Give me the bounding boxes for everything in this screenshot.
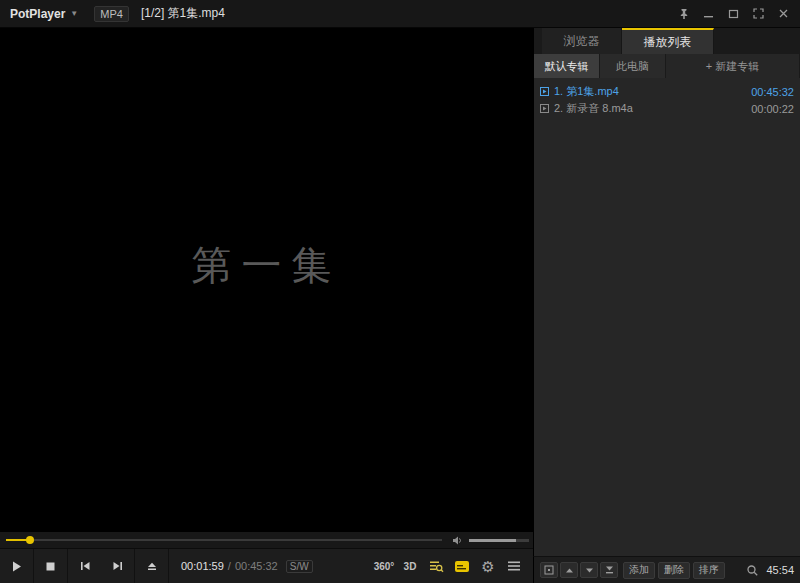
stop-button[interactable] xyxy=(34,549,67,583)
playlist-search-icon[interactable] xyxy=(423,549,449,583)
window-title: [1/2] 第1集.mp4 xyxy=(141,5,225,22)
restore-icon[interactable] xyxy=(721,0,746,27)
subtab-default-album[interactable]: 默认专辑 xyxy=(534,54,600,78)
playlist-subtabs: 默认专辑 此电脑 + 新建专辑 xyxy=(534,54,800,78)
delete-button[interactable]: 删除 xyxy=(658,562,690,579)
playlist-footer: 添加 删除 排序 45:54 xyxy=(533,556,800,583)
open-file-button[interactable] xyxy=(135,549,168,583)
tab-browser[interactable]: 浏览器 xyxy=(542,28,622,54)
playlist-item[interactable]: 2. 新录音 8.m4a 00:00:22 xyxy=(534,100,800,117)
sidebar-tabs: 浏览器 播放列表 xyxy=(534,28,800,54)
close-icon[interactable] xyxy=(771,0,796,27)
media-file-icon xyxy=(540,87,549,96)
time-separator: / xyxy=(228,560,231,572)
seek-track xyxy=(6,539,442,541)
volume-control xyxy=(452,535,529,546)
subtab-new-album[interactable]: + 新建专辑 xyxy=(666,54,800,78)
playlist-total-time: 45:54 xyxy=(766,564,794,576)
video-area[interactable]: 第一集 xyxy=(0,28,533,532)
control-bar-right: 360° 3D ⚙ xyxy=(371,549,533,583)
app-menu-button[interactable]: PotPlayer xyxy=(10,7,65,21)
move-up-button[interactable] xyxy=(560,562,578,578)
speaker-icon[interactable] xyxy=(452,535,463,546)
menu-hamburger-icon[interactable] xyxy=(501,549,527,583)
titlebar: PotPlayer ▼ MP4 [1/2] 第1集.mp4 xyxy=(0,0,800,28)
tab-playlist[interactable]: 播放列表 xyxy=(622,28,714,54)
move-down-button[interactable] xyxy=(580,562,598,578)
playlist-item-duration: 00:00:22 xyxy=(751,103,794,115)
move-bottom-button[interactable] xyxy=(600,562,618,578)
minimize-icon[interactable] xyxy=(696,0,721,27)
volume-slider[interactable] xyxy=(469,539,529,542)
vr-360-button[interactable]: 360° xyxy=(371,549,397,583)
sort-button[interactable]: 排序 xyxy=(693,562,725,579)
3d-button[interactable]: 3D xyxy=(397,549,423,583)
potplayer-window: PotPlayer ▼ MP4 [1/2] 第1集.mp4 第一集 xyxy=(0,0,800,583)
playlist: 1. 第1集.mp4 00:45:32 2. 新录音 8.m4a 00:00:2… xyxy=(534,78,800,556)
previous-button[interactable] xyxy=(68,549,101,583)
playlist-item-title: 2. 新录音 8.m4a xyxy=(554,101,745,116)
time-display: 00:01:59 / 00:45:32 S/W xyxy=(181,560,313,573)
pin-icon[interactable] xyxy=(671,0,696,27)
playlist-item-title: 1. 第1集.mp4 xyxy=(554,84,745,99)
playlist-item-duration: 00:45:32 xyxy=(751,86,794,98)
add-button[interactable]: 添加 xyxy=(623,562,655,579)
decoder-mode-badge[interactable]: S/W xyxy=(286,560,313,573)
settings-gear-icon[interactable]: ⚙ xyxy=(475,549,501,583)
locate-current-button[interactable] xyxy=(540,562,558,578)
seek-knob[interactable] xyxy=(26,536,34,544)
window-controls xyxy=(671,0,796,27)
seek-bar[interactable] xyxy=(6,532,442,548)
chevron-down-icon: ▼ xyxy=(70,9,78,18)
divider xyxy=(168,549,169,583)
media-file-icon xyxy=(540,104,549,113)
control-bar: 00:01:59 / 00:45:32 S/W 360° 3D ⚙ xyxy=(0,548,533,583)
next-button[interactable] xyxy=(101,549,134,583)
fullscreen-icon[interactable] xyxy=(746,0,771,27)
seek-row xyxy=(0,532,533,548)
sidebar-panel: 浏览器 播放列表 默认专辑 此电脑 + 新建专辑 1. 第1集.mp4 00:4… xyxy=(533,28,800,583)
volume-fill xyxy=(469,539,516,542)
playlist-item[interactable]: 1. 第1集.mp4 00:45:32 xyxy=(534,83,800,100)
duration: 00:45:32 xyxy=(235,560,278,572)
subtab-this-pc[interactable]: 此电脑 xyxy=(600,54,666,78)
format-badge: MP4 xyxy=(94,6,129,22)
subtitle-icon[interactable] xyxy=(449,549,475,583)
play-button[interactable] xyxy=(0,549,33,583)
video-overlay-text: 第一集 xyxy=(192,237,342,292)
search-icon[interactable] xyxy=(742,560,762,580)
current-time: 00:01:59 xyxy=(181,560,224,572)
